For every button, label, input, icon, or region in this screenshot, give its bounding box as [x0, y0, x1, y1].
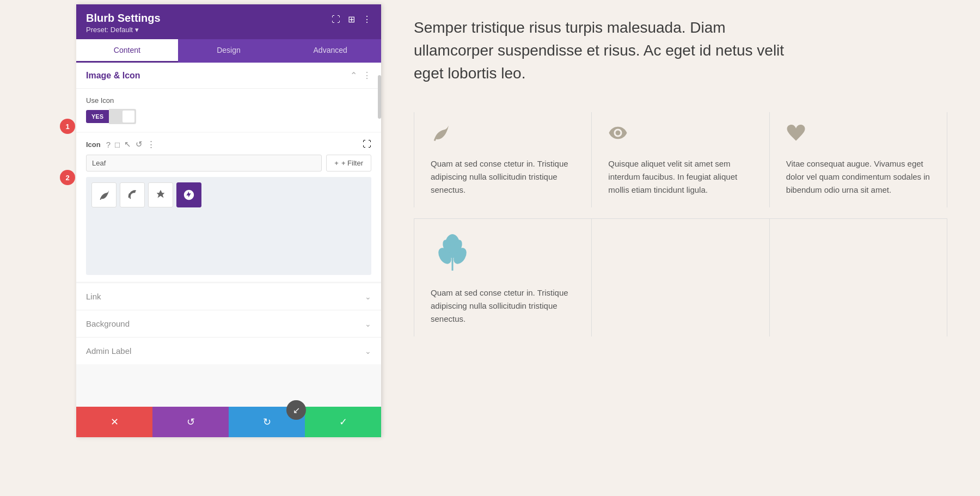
- step-2-badge: 2: [60, 170, 75, 185]
- icon-search-row: + + Filter: [86, 155, 371, 172]
- icon-more-icon[interactable]: ⋮: [147, 139, 155, 149]
- icon-toolbar: Icon ? □ ↖ ↺ ⋮ ⛶: [86, 139, 371, 149]
- toggle-track[interactable]: [109, 109, 136, 124]
- icon-label: Icon: [86, 140, 101, 149]
- background-arrow-icon: ⌄: [365, 320, 371, 328]
- leaf-3-svg: [155, 189, 167, 201]
- image-icon-section-header: Image & Icon ⌃ ⋮: [76, 63, 381, 89]
- blurb-1: Quam at sed conse ctetur in. Tristique a…: [414, 112, 592, 207]
- blurb-bottom-1-text: Quam at sed conse ctetur in. Tristique a…: [431, 286, 575, 326]
- columns-icon[interactable]: ⊞: [348, 14, 355, 25]
- admin-label-title: Admin Label: [86, 346, 131, 356]
- icon-search-input[interactable]: [86, 155, 322, 172]
- filter-button[interactable]: + + Filter: [326, 155, 371, 172]
- background-section: Background ⌄: [76, 310, 381, 337]
- undo-button[interactable]: ↺: [152, 407, 229, 437]
- panel-header: Blurb Settings Preset: Default ▾ ⛶ ⊞ ⋮: [76, 4, 381, 39]
- toggle-yes-btn[interactable]: YES: [86, 110, 109, 123]
- icon-leaf-2[interactable]: [120, 182, 145, 207]
- use-icon-label: Use Icon: [86, 96, 371, 105]
- link-section: Link ⌄: [76, 283, 381, 310]
- fab-button[interactable]: ↙: [286, 400, 306, 420]
- panel-header-icons: ⛶ ⊞ ⋮: [332, 12, 371, 25]
- icon-leaf-3[interactable]: [148, 182, 173, 207]
- scrollbar[interactable]: [378, 75, 381, 119]
- admin-label-arrow-icon: ⌄: [365, 347, 371, 356]
- blurb-1-icon: [431, 123, 575, 146]
- icon-cursor-icon[interactable]: ↖: [124, 139, 131, 149]
- large-leaf-icon: [431, 230, 474, 273]
- background-section-header[interactable]: Background ⌄: [76, 310, 381, 337]
- admin-label-section: Admin Label ⌄: [76, 337, 381, 364]
- leaf-1-svg: [98, 189, 110, 201]
- link-section-header[interactable]: Link ⌄: [76, 283, 381, 310]
- admin-label-header[interactable]: Admin Label ⌄: [76, 338, 381, 364]
- settings-panel: Blurb Settings Preset: Default ▾ ⛶ ⊞ ⋮ C…: [76, 4, 381, 437]
- image-icon-title: Image & Icon: [86, 71, 140, 81]
- section-header-icons: ⌃ ⋮: [350, 70, 371, 81]
- tab-content[interactable]: Content: [76, 39, 178, 63]
- blurb-1-text: Quam at sed conse ctetur in. Tristique a…: [431, 157, 575, 197]
- blurb-bottom-1: Quam at sed conse ctetur in. Tristique a…: [414, 219, 592, 336]
- filter-plus-icon: +: [334, 159, 339, 167]
- collapse-icon[interactable]: ⌃: [350, 70, 357, 81]
- blurb-2-text: Quisque aliquet velit sit amet sem inter…: [608, 157, 752, 197]
- use-icon-section: Use Icon YES: [76, 89, 381, 132]
- cancel-button[interactable]: ✕: [76, 407, 152, 437]
- icon-help-icon[interactable]: ?: [106, 140, 111, 149]
- main-content: Semper tristique risus turpis malesuada.…: [381, 0, 980, 496]
- blurb-row-bottom: Quam at sed conse ctetur in. Tristique a…: [414, 218, 947, 336]
- panel-footer: ✕ ↺ ↻ ✓: [76, 407, 381, 437]
- leaf-2-svg: [126, 189, 138, 201]
- link-arrow-icon: ⌄: [365, 292, 371, 301]
- icon-picker-section: Icon ? □ ↖ ↺ ⋮ ⛶ + + Filter: [76, 133, 381, 281]
- panel-tabs: Content Design Advanced: [76, 39, 381, 63]
- icon-reset-icon[interactable]: ↺: [136, 139, 143, 149]
- blurb-2-icon: [608, 123, 752, 146]
- icon-leaf-4[interactable]: [176, 182, 201, 207]
- use-icon-toggle[interactable]: YES: [86, 109, 371, 124]
- blurb-bottom-3: [770, 219, 947, 336]
- toggle-thumb: [122, 111, 134, 123]
- intro-text: Semper tristique risus turpis malesuada.…: [414, 16, 795, 85]
- icon-grid: [86, 177, 371, 275]
- step-1-badge: 1: [60, 119, 75, 134]
- panel-preset[interactable]: Preset: Default ▾: [86, 26, 161, 34]
- panel-header-left: Blurb Settings Preset: Default ▾: [86, 12, 161, 34]
- icon-tablet-icon[interactable]: □: [115, 140, 120, 149]
- blurb-3-text: Vitae consequat augue. Vivamus eget dolo…: [786, 157, 930, 197]
- section-more-icon[interactable]: ⋮: [363, 70, 371, 81]
- save-button[interactable]: ✓: [305, 407, 381, 437]
- panel-body: Image & Icon ⌃ ⋮ Use Icon YES Icon ? □: [76, 63, 381, 437]
- fullscreen-icon[interactable]: ⛶: [332, 15, 340, 25]
- eye-icon: [608, 123, 628, 143]
- icon-leaf-1[interactable]: [91, 182, 117, 207]
- background-title: Background: [86, 319, 130, 328]
- blurb-3-icon: [786, 123, 930, 146]
- blurb-row-top: Quam at sed conse ctetur in. Tristique a…: [414, 112, 947, 207]
- blurb-bottom-2: [592, 219, 769, 336]
- tab-design[interactable]: Design: [178, 39, 280, 63]
- tab-advanced[interactable]: Advanced: [279, 39, 381, 63]
- more-options-icon[interactable]: ⋮: [363, 14, 371, 25]
- blurb-bottom-1-icon: [431, 230, 575, 275]
- blurb-2: Quisque aliquet velit sit amet sem inter…: [592, 112, 769, 207]
- leaf-icon: [431, 123, 450, 143]
- icon-toolbar-icons: ? □ ↖ ↺ ⋮: [106, 139, 155, 149]
- panel-title: Blurb Settings: [86, 12, 161, 25]
- blurb-3: Vitae consequat augue. Vivamus eget dolo…: [770, 112, 947, 207]
- link-title: Link: [86, 292, 101, 301]
- icon-expand-icon[interactable]: ⛶: [363, 139, 371, 149]
- leaf-4-svg: [183, 189, 195, 201]
- heart-hand-icon: [786, 123, 806, 143]
